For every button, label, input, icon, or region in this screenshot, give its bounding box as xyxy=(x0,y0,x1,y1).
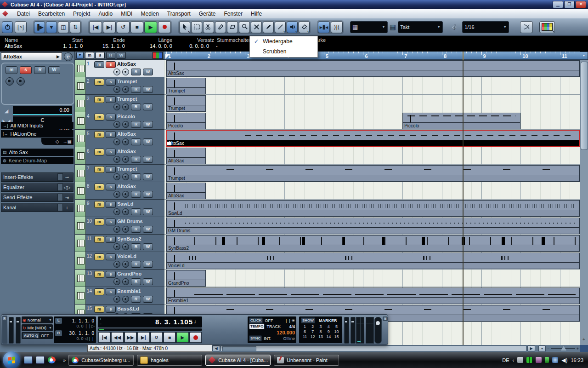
menu-item-medien[interactable]: Medien xyxy=(136,10,163,18)
track-record-button[interactable] xyxy=(113,208,120,215)
midi-clip-sawld[interactable]: SawLd xyxy=(166,200,580,217)
inspector-section-kanal[interactable]: Kanal↕ xyxy=(1,203,74,212)
track-mute-button[interactable]: m xyxy=(94,201,104,208)
crossfade-button[interactable] xyxy=(520,21,533,33)
play-scrub-tool[interactable]: ▾ xyxy=(287,21,298,33)
language-indicator[interactable]: DE xyxy=(502,357,509,363)
track-solo-button[interactable]: s xyxy=(106,306,116,313)
arrange-track-lane-6[interactable]: AltoSax xyxy=(164,147,580,165)
transport-collapse-tab[interactable] xyxy=(2,316,7,344)
menu-item-projekt[interactable]: Projekt xyxy=(69,10,94,18)
autoscroll-button[interactable]: ▸▮◂ xyxy=(318,21,330,33)
context-menu-item-wiedergabe[interactable]: ✓Wiedergabe xyxy=(250,36,317,46)
midi-output-selector[interactable]: [→ HALionOne xyxy=(1,130,74,138)
track-record-button[interactable] xyxy=(113,173,120,180)
patch-selector[interactable]: ▤ Alto Sax xyxy=(1,149,74,156)
track-write-button[interactable]: W xyxy=(143,86,153,93)
inspector-section-insert-effekte[interactable]: Insert-Effekte⊸ xyxy=(1,172,74,182)
toolbar-cycle-button[interactable]: ↺ xyxy=(117,21,130,33)
metronome-setup-button[interactable]: [◔] xyxy=(15,21,27,33)
arrange-track-lane-3[interactable]: Trumpet xyxy=(164,95,580,112)
marker-button-1[interactable]: 1 xyxy=(301,324,309,329)
transport-goto-start-button[interactable]: |◀ xyxy=(98,332,110,343)
marker-button-5[interactable]: 5 xyxy=(333,324,340,329)
tray-activity-icon[interactable] xyxy=(526,357,532,363)
track-monitor-button[interactable] xyxy=(122,138,129,145)
toolbar-goto-end-button[interactable]: ▶| xyxy=(103,21,116,33)
track-write-button[interactable]: W xyxy=(143,278,153,285)
track-monitor-button[interactable] xyxy=(122,104,129,110)
track-row-10[interactable]: 10msGM DrumsRW xyxy=(75,217,164,235)
track-write-button[interactable]: W xyxy=(143,121,153,128)
track-record-button[interactable] xyxy=(113,278,120,285)
info-value-offset[interactable]: 0. 0. 0. 0 xyxy=(175,43,209,49)
track-solo-button[interactable]: s xyxy=(106,253,116,260)
track-read-button[interactable]: R xyxy=(131,226,141,233)
track-monitor-button[interactable] xyxy=(122,208,129,215)
drum-map-selector[interactable]: ◍ Keine Drum-Map xyxy=(1,157,74,164)
track-record-button[interactable] xyxy=(113,104,120,110)
track-monitor-button[interactable] xyxy=(122,296,129,303)
taskbar-button-cubase[interactable]: Cubase AI 4 - [Cuba... xyxy=(205,355,271,366)
edit-channel-button[interactable]: e xyxy=(64,52,73,61)
track-row-6[interactable]: 6msAltoSaxRW xyxy=(75,147,164,165)
track-read-button[interactable]: R xyxy=(131,278,141,285)
marker-button-15[interactable]: 15 xyxy=(333,334,340,339)
zoom-tool[interactable] xyxy=(239,21,250,33)
color-palette-dropdown[interactable]: ▾ xyxy=(539,21,555,33)
volume-value[interactable]: 0.00 xyxy=(13,106,72,115)
midi-record-mode-dropdown[interactable]: ↻ Mix (MIDI) ▼ xyxy=(22,324,53,331)
marker-button-10[interactable]: 10 xyxy=(333,329,340,334)
start-button[interactable] xyxy=(3,351,20,368)
transport-goto-end-button[interactable]: ▶| xyxy=(137,332,149,343)
marker-button-11[interactable]: 11 xyxy=(301,334,309,339)
sync-row[interactable]: SYNC INT. Offline xyxy=(249,335,295,341)
midi-clip-grandpno[interactable]: GrandPno xyxy=(166,270,206,287)
info-value-start[interactable]: 1. 1. 1. 0 xyxy=(46,43,83,49)
inspector-track-header[interactable]: AltoSax ▶ xyxy=(1,52,62,60)
transport-rewind-button[interactable]: ◀◀ xyxy=(111,332,123,343)
time-display[interactable]: +− 8. 3. 1.105 ♩ xyxy=(98,316,202,328)
track-list-dropdown[interactable]: ▼ xyxy=(76,52,84,59)
menu-item-datei[interactable]: Datei xyxy=(13,10,34,18)
track-mute-button[interactable]: m xyxy=(94,306,104,313)
marker-button-4[interactable]: 4 xyxy=(325,324,333,329)
track-row-12[interactable]: 12msVoiceLdRW xyxy=(75,252,164,270)
track-solo-button[interactable]: s xyxy=(106,149,116,155)
track-solo-button[interactable]: s xyxy=(106,79,116,86)
track-monitor-button[interactable] xyxy=(122,191,129,198)
object-select-tool[interactable]: ▾ xyxy=(179,21,190,33)
ruler-options-button[interactable]: ▼ xyxy=(580,52,588,60)
activate-project-button[interactable] xyxy=(2,21,13,33)
track-read-button[interactable]: R xyxy=(131,191,141,198)
info-value-mute[interactable]: - xyxy=(216,43,218,49)
tray-app-icon[interactable] xyxy=(517,357,523,363)
track-read-button[interactable]: R xyxy=(131,104,141,110)
postroll-value[interactable]: 0. 0 ◁❘❘ xyxy=(55,336,95,342)
arrange-track-lane-1[interactable]: AltoSax xyxy=(164,60,580,77)
midi-clip-ensmble1[interactable]: Ensmble1 xyxy=(166,288,580,304)
marker-button-13[interactable]: 13 xyxy=(317,334,324,339)
arrange-track-lane-5[interactable]: AltoSax xyxy=(164,130,580,147)
zoom-in-label[interactable]: + xyxy=(577,346,579,351)
track-write-button[interactable]: W xyxy=(143,226,153,233)
zoom-preset-dropdown[interactable]: ▼ xyxy=(538,345,546,352)
track-row-14[interactable]: 14msEnsmble1RW xyxy=(75,287,164,305)
track-read-button[interactable]: R xyxy=(131,261,141,268)
marker-button-6[interactable]: 6 xyxy=(301,329,309,334)
transport-cycle-button[interactable]: ↺ xyxy=(151,332,163,343)
master-volume-slider[interactable] xyxy=(374,317,382,344)
menu-item-bearbeiten[interactable]: Bearbeiten xyxy=(34,10,69,18)
track-solo-button[interactable]: s xyxy=(106,96,116,103)
track-row-7[interactable]: 7msTrumpetRW xyxy=(75,165,164,182)
transport-shade-button[interactable]: ▣ xyxy=(383,316,388,321)
right-locator-button[interactable]: R xyxy=(55,330,62,336)
track-mute-button[interactable]: m xyxy=(94,79,104,86)
marker-button-14[interactable]: 14 xyxy=(325,334,333,339)
zoom-slider[interactable] xyxy=(551,348,575,349)
transport-record-button[interactable] xyxy=(190,332,202,343)
track-mute-button[interactable]: m xyxy=(94,114,104,121)
track-height-button[interactable]: ⇅ xyxy=(70,21,81,33)
preroll-value[interactable]: 0. 0 ❘❘▷ xyxy=(55,324,95,330)
taskbar-button-paint[interactable]: Unbenannt - Paint xyxy=(274,355,339,366)
